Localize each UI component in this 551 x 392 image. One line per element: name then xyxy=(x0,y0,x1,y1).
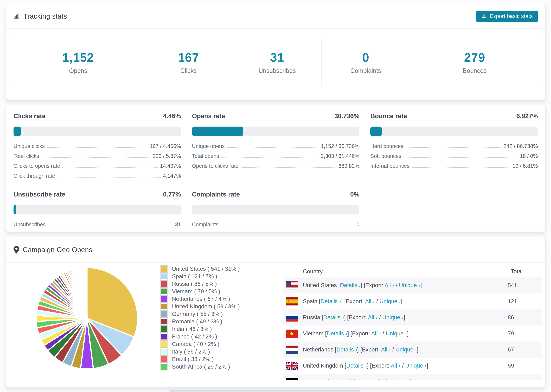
legend-label: India ( 46 / 3% ) xyxy=(172,326,212,332)
dotted-leader xyxy=(221,226,354,226)
geo-link[interactable]: Unique › xyxy=(382,314,404,321)
rate-panel-value: 0% xyxy=(350,191,359,198)
geo-link[interactable]: Details › xyxy=(336,346,357,353)
geo-link[interactable]: Unique › xyxy=(388,378,410,380)
rate-detail-value: 1,152 / 30.736% xyxy=(321,143,360,149)
dotted-leader xyxy=(221,157,318,158)
rate-detail-value: 220 / 5.87% xyxy=(153,153,181,159)
rate-detail-label: Clicks to opens rate xyxy=(14,163,60,169)
export-icon xyxy=(481,13,487,20)
rate-detail-value: 0 xyxy=(356,222,359,227)
geo-link[interactable]: Unique › xyxy=(405,362,427,369)
dotted-leader xyxy=(227,147,318,148)
total-cell: 55 xyxy=(508,378,542,380)
legend-label: United States ( 541 / 31% ) xyxy=(172,266,240,272)
dotted-leader xyxy=(42,157,150,158)
pie-slice-other[interactable] xyxy=(87,268,87,318)
country-cell: Vietnam [Details ›] [Export: All › / Uni… xyxy=(303,330,508,337)
geo-link[interactable]: Unique › xyxy=(380,298,401,304)
geo-link[interactable]: All › xyxy=(391,362,401,369)
geo-pie-chart[interactable] xyxy=(35,266,139,371)
geo-table-row: Spain [Details ›] [Export: All › / Uniqu… xyxy=(283,293,542,309)
summary-stats-row: 1,152 Opens 167 Clicks 31 Unsubscribes 0… xyxy=(12,38,539,87)
progress-bar-track xyxy=(14,126,181,136)
legend-item: Spain ( 121 / 7% ) xyxy=(160,273,280,280)
summary-stat-value: 31 xyxy=(270,50,284,64)
geo-link[interactable]: Details › xyxy=(346,362,367,369)
progress-bar-track xyxy=(192,126,360,136)
legend-label: United Kingdom ( 59 / 3% ) xyxy=(172,303,240,310)
geo-opens-header: Campaign Geo Opens xyxy=(6,237,545,263)
rate-detail-row: Opens to clicks rate 689.82% xyxy=(192,161,360,171)
country-cell: United Kingdom [Details ›] [Export: All … xyxy=(303,362,508,369)
legend-label: Germany ( 55 / 3% ) xyxy=(172,311,223,317)
geo-link[interactable]: Unique › xyxy=(396,346,417,353)
rate-panel-value: 30.736% xyxy=(334,112,359,120)
geo-table-row: Germany [Details ›] [Export: All › / Uni… xyxy=(283,374,542,380)
geo-link[interactable]: Unique › xyxy=(399,282,420,288)
total-cell: 86 xyxy=(508,314,542,321)
legend-label: Netherlands ( 67 / 4% ) xyxy=(172,296,230,302)
geo-link[interactable]: Details › xyxy=(327,330,347,336)
rate-detail-row: Unique opens 1,152 / 30.736% xyxy=(192,141,360,151)
country-cell: Russia [Details ›] [Export: All › / Uniq… xyxy=(303,314,508,321)
dotted-leader xyxy=(412,167,510,168)
geo-table-body: United States [Details ›] [Export: All ›… xyxy=(283,277,542,380)
flag-us-icon xyxy=(286,281,298,289)
horizontal-scrollbar[interactable] xyxy=(170,390,360,392)
country-cell: United States [Details ›] [Export: All ›… xyxy=(303,282,508,288)
rate-detail-value: 19 / 6.81% xyxy=(513,163,538,169)
column-header-total: Total xyxy=(511,268,542,275)
rate-panel: Complaints rate 0% Complaints 0 xyxy=(192,191,360,230)
map-pin-icon xyxy=(14,246,19,254)
legend-label: Brazil ( 33 / 2% ) xyxy=(172,356,214,362)
geo-link[interactable]: Details › xyxy=(329,378,350,380)
geo-link[interactable]: Details › xyxy=(320,298,341,304)
legend-item: United States ( 541 / 31% ) xyxy=(160,265,280,273)
rate-detail-row: Soft bounces 18 / 0% xyxy=(370,151,538,161)
rate-detail-label: Unsubscribes xyxy=(14,222,46,227)
progress-bar-fill xyxy=(14,205,16,215)
geo-link[interactable]: All › xyxy=(381,346,391,353)
summary-stat-value: 1,152 xyxy=(62,50,94,64)
legend-swatch xyxy=(160,355,168,363)
pie-legend: United States ( 541 / 31% ) Spain ( 121 … xyxy=(160,265,280,371)
geo-opens-title: Campaign Geo Opens xyxy=(23,246,92,254)
legend-label: Canada ( 40 / 2% ) xyxy=(172,341,219,347)
rate-panel: Clicks rate 4.46% Unique clicks 167 / 4.… xyxy=(14,112,181,181)
legend-item: Germany ( 55 / 3% ) xyxy=(160,310,280,318)
summary-stat-cell: 279 Bounces xyxy=(410,38,539,87)
progress-bar-track xyxy=(370,126,538,136)
legend-item: South Africa ( 29 / 2% ) xyxy=(160,363,280,371)
geo-link[interactable]: Unique › xyxy=(386,330,407,336)
summary-stat-label: Unsubscribes xyxy=(258,67,296,74)
geo-opens-card: Campaign Geo Opens United States ( 541 /… xyxy=(6,237,546,388)
legend-swatch xyxy=(160,280,168,288)
rate-detail-value: 167 / 4.456% xyxy=(150,143,181,149)
geo-link[interactable]: All › xyxy=(384,282,394,288)
export-basic-stats-button[interactable]: Export basic stats xyxy=(476,11,538,22)
geo-link[interactable]: All › xyxy=(374,378,383,380)
rate-detail-label: Internal bounces xyxy=(370,163,410,169)
geo-link[interactable]: All › xyxy=(368,314,378,321)
flag-es-icon xyxy=(286,297,298,305)
rate-detail-label: Complaints xyxy=(192,222,219,227)
rate-panel-title: Complaints rate xyxy=(192,191,240,198)
rate-detail-label: Soft bounces xyxy=(370,153,401,159)
country-cell: Germany [Details ›] [Export: All › / Uni… xyxy=(303,378,508,380)
legend-swatch xyxy=(160,310,168,318)
legend-item: United Kingdom ( 59 / 3% ) xyxy=(160,303,280,310)
geo-link[interactable]: Details › xyxy=(323,314,344,321)
legend-label: Italy ( 36 / 2% ) xyxy=(172,348,210,355)
dotted-leader xyxy=(404,157,517,158)
column-header-country: Country xyxy=(283,268,511,275)
flag-nl-icon xyxy=(286,346,298,354)
geo-link[interactable]: All › xyxy=(371,330,381,336)
legend-item: Russia ( 86 / 5% ) xyxy=(160,280,280,288)
rate-detail-row: Unsubscribes 31 xyxy=(14,220,181,230)
geo-link[interactable]: All › xyxy=(365,298,375,304)
summary-stat-label: Opens xyxy=(69,67,87,74)
summary-stat-cell: 31 Unsubscribes xyxy=(233,38,322,87)
rate-detail-row: Complaints 0 xyxy=(192,220,360,230)
geo-link[interactable]: Details › xyxy=(340,282,360,288)
